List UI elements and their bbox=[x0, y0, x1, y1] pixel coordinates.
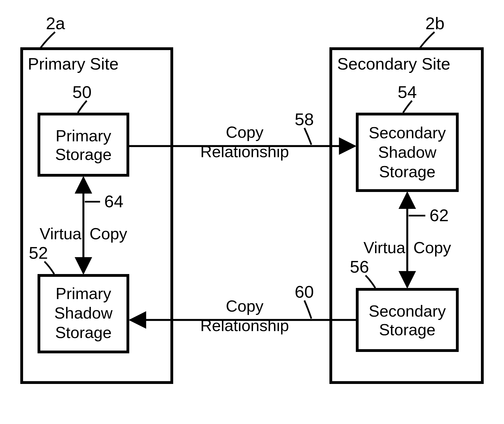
ref-primary-storage: 50 bbox=[73, 82, 92, 102]
primary-storage-box bbox=[39, 114, 128, 175]
copy-rel-bottom-line1: Copy bbox=[226, 297, 263, 315]
secondary-shadow-line3: Storage bbox=[379, 162, 435, 181]
primary-site-title: Primary Site bbox=[28, 55, 119, 73]
virtual-copy-label-primary: Virtual Copy bbox=[40, 225, 127, 243]
primary-shadow-line1: Primary bbox=[56, 284, 111, 302]
primary-shadow-line3: Storage bbox=[55, 323, 111, 341]
secondary-shadow-line1: Secondary bbox=[369, 124, 446, 142]
ref-secondary-site: 2b bbox=[425, 14, 445, 33]
ref-tick bbox=[44, 262, 54, 274]
ref-tick bbox=[403, 101, 412, 113]
ref-copy-rel-bottom: 60 bbox=[295, 282, 314, 301]
ref-tick bbox=[366, 275, 375, 288]
ref-tick bbox=[78, 101, 87, 113]
primary-storage-line2: Storage bbox=[55, 145, 111, 163]
ref-tick bbox=[420, 32, 435, 48]
secondary-site-title: Secondary Site bbox=[337, 55, 450, 73]
copy-rel-top-line1: Copy bbox=[226, 123, 263, 141]
primary-storage-line1: Primary bbox=[56, 127, 111, 145]
ref-secondary-storage: 56 bbox=[350, 257, 369, 276]
ref-primary-shadow: 52 bbox=[29, 243, 48, 262]
ref-tick bbox=[304, 128, 311, 145]
primary-shadow-line2: Shadow bbox=[54, 304, 113, 322]
secondary-shadow-line2: Shadow bbox=[378, 143, 437, 161]
ref-virtual-copy-primary: 64 bbox=[104, 192, 123, 211]
ref-secondary-shadow: 54 bbox=[398, 82, 417, 102]
diagram-canvas: 2a Primary Site 50 Primary Storage 52 Pr… bbox=[0, 0, 504, 424]
ref-copy-rel-top: 58 bbox=[295, 110, 314, 129]
ref-tick bbox=[40, 32, 55, 48]
secondary-storage-box bbox=[357, 289, 457, 351]
ref-tick bbox=[304, 300, 311, 319]
copy-rel-top-line2: Relationship bbox=[200, 142, 289, 161]
secondary-storage-line1: Secondary bbox=[369, 302, 446, 320]
copy-rel-bottom-line2: Relationship bbox=[200, 316, 289, 334]
secondary-storage-line2: Storage bbox=[379, 321, 435, 339]
virtual-copy-label-secondary: Virtual Copy bbox=[364, 238, 451, 257]
ref-primary-site: 2a bbox=[46, 14, 65, 33]
ref-virtual-copy-secondary: 62 bbox=[429, 206, 449, 225]
